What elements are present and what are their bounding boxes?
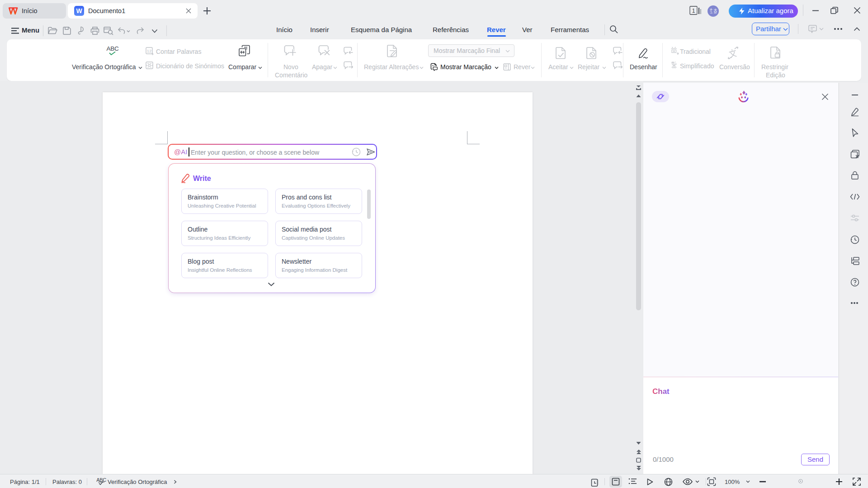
svg-text:ABC: ABC (107, 45, 119, 52)
svg-text:12: 12 (147, 48, 152, 53)
svg-text:ABC: ABC (96, 477, 106, 483)
svg-text:1: 1 (692, 8, 695, 14)
